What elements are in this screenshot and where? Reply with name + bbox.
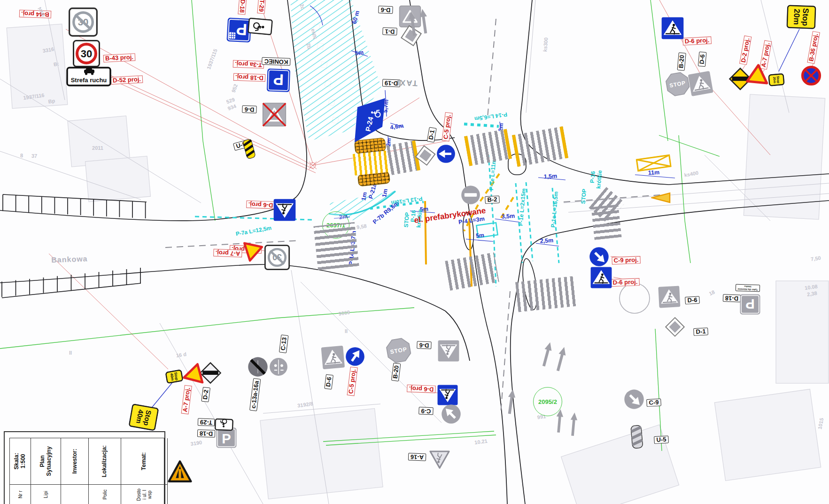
traffic-sign-d6-gray bbox=[437, 338, 460, 362]
traffic-sign-d6-blue bbox=[661, 16, 684, 42]
sign-code-label: D-6 proj. bbox=[407, 385, 435, 393]
scale-label: Skala: 1:500 bbox=[14, 453, 27, 469]
cadastral-text: Bp bbox=[48, 98, 55, 104]
sign-plate: D-1 bbox=[382, 28, 397, 36]
sign-plate: KONIEC bbox=[262, 57, 290, 66]
svg-text:30: 30 bbox=[81, 48, 92, 60]
sign-plate: D-1 bbox=[693, 327, 708, 335]
sign-code-label: C-9 proj. bbox=[612, 256, 640, 264]
traffic-sign-stopPlate: Stop40m bbox=[126, 403, 159, 431]
cadastral-text: II bbox=[345, 329, 348, 334]
svg-text:20m: 20m bbox=[773, 77, 776, 84]
sign-code-label: D-6 proj. bbox=[611, 278, 639, 287]
title-cell-plan: Plan Sytuacyjny Lipi bbox=[31, 438, 61, 504]
svg-text:Strefa ruchu: Strefa ruchu bbox=[71, 77, 107, 84]
cadastral-text: 8 bbox=[20, 153, 23, 159]
traffic-sign-c13aBar bbox=[247, 356, 269, 380]
sign-plate: TAXI bbox=[394, 78, 419, 87]
traffic-sign-d6-blue bbox=[273, 196, 296, 222]
title-cell-investor: Inwestor: bbox=[61, 438, 89, 504]
svg-text:P: P bbox=[273, 71, 284, 89]
traffic-sign-circleArrow-blue bbox=[436, 144, 456, 166]
title-block-table: Skala: 1:500 Nr r Plan Sytuacyjny Lipi I… bbox=[9, 438, 164, 504]
sign-code-label: D-6 proj. bbox=[246, 201, 275, 209]
location-note: Polic bbox=[102, 489, 108, 500]
sign-code-label: D-18 proj. bbox=[233, 73, 265, 82]
marking-code-label: STOP bbox=[580, 188, 587, 204]
sign-code-label: B-44 proj. bbox=[19, 10, 51, 18]
traffic-sign-d6-blue bbox=[590, 266, 612, 291]
dimension-label: 5m bbox=[355, 49, 364, 57]
scale-note: Nr r bbox=[17, 491, 23, 499]
svg-text:P: P bbox=[222, 431, 231, 446]
traffic-sign-plateWheel bbox=[214, 416, 233, 431]
company-logo-icon bbox=[168, 460, 192, 483]
dimension-label: 2,5m bbox=[540, 238, 553, 245]
traffic-sign-b36 bbox=[800, 65, 822, 88]
sign-plate: D-18 bbox=[723, 295, 741, 302]
cadastral-text: II bbox=[69, 350, 72, 356]
yellow-hatch-band bbox=[353, 150, 389, 175]
sign-plate: D-6 bbox=[417, 341, 431, 349]
sign-code-label: T-29 bbox=[257, 0, 266, 14]
sign-code-label: A-7 proj. bbox=[213, 249, 242, 257]
title-cell-subject: Temat: Dosto i ul. I wsp bbox=[121, 438, 168, 504]
traffic-sign-sq30: 30 bbox=[72, 39, 101, 70]
sign-plate: B-20 bbox=[677, 52, 686, 70]
traffic-sign-plateWheel bbox=[246, 17, 273, 36]
traffic-sign-strefa: Strefa ruchu bbox=[66, 67, 111, 88]
sign-code-label: D-6 proj. bbox=[682, 37, 711, 46]
street-name-label: Bankowa bbox=[51, 255, 88, 264]
traffic-sign-stopPlate: Stop20m bbox=[766, 73, 785, 86]
crosswalk-zebra bbox=[313, 222, 359, 271]
plan-type-label: Plan Sytuacyjny bbox=[39, 446, 53, 476]
cadastral-text: 2011 bbox=[92, 146, 103, 151]
traffic-sign-d1 bbox=[413, 143, 438, 170]
sign-plate: D-6 bbox=[698, 52, 706, 67]
traffic-sign-d1 bbox=[665, 317, 685, 339]
traffic-sign-circleArrow-gray bbox=[623, 388, 645, 412]
traffic-sign-pblue: P bbox=[266, 66, 291, 93]
traffic-plan: Skala: 1:500 Nr r Plan Sytuacyjny Lipi I… bbox=[0, 0, 829, 504]
location-label: Lokalizacja: bbox=[101, 445, 108, 477]
investor-label: Inwestor: bbox=[71, 449, 78, 473]
sign-plate: D-6 bbox=[378, 6, 393, 14]
plan-type-note: Lipi bbox=[43, 491, 49, 498]
traffic-sign-sq30cross: 30 bbox=[264, 242, 290, 271]
traffic-sign-d6-gray bbox=[687, 70, 715, 99]
traffic-sign-sq30cross: 30 bbox=[68, 7, 98, 39]
sign-plate: B-2 bbox=[485, 195, 500, 203]
traffic-sign-pillar bbox=[630, 425, 644, 451]
traffic-sign-pgray: P bbox=[739, 292, 761, 315]
traffic-sign-triOrange bbox=[651, 192, 671, 205]
title-cell-scale: Skala: 1:500 Nr r bbox=[10, 438, 31, 504]
title-block: Skala: 1:500 Nr r Plan Sytuacyjny Lipi I… bbox=[4, 431, 165, 504]
sign-plate: D-18 bbox=[197, 430, 216, 438]
dimension-label: 3,5m bbox=[501, 213, 515, 220]
sign-plate: Tylko dla klientów banku bbox=[736, 284, 760, 292]
traffic-sign-b2 bbox=[460, 185, 481, 207]
sign-plate: D-6 bbox=[242, 106, 256, 114]
traffic-sign-circleArrow-blue bbox=[589, 246, 610, 269]
traffic-sign-d6-blue bbox=[437, 382, 458, 406]
traffic-sign-stopGray: STOP bbox=[385, 336, 413, 366]
sign-plate: T-29 bbox=[198, 419, 215, 426]
traffic-sign-stopPlate: Stop20m bbox=[784, 5, 816, 29]
subject-label: Temat: bbox=[141, 452, 148, 470]
sign-plate: A-16 bbox=[408, 453, 426, 461]
sign-plate: C-9 bbox=[418, 407, 433, 415]
marking-code-label: P-16 bbox=[589, 171, 597, 183]
sign-code-label: T-3a proj. bbox=[233, 60, 264, 69]
traffic-sign-circleArrow-blue bbox=[345, 346, 365, 369]
svg-text:P: P bbox=[745, 296, 754, 311]
sign-plate: D-6 bbox=[685, 296, 700, 304]
sign-plate: C-9 bbox=[646, 398, 661, 406]
sign-code-label: D-18 bbox=[238, 0, 247, 15]
svg-text:Stop: Stop bbox=[801, 8, 810, 26]
title-cell-location: Lokalizacja: Polic bbox=[89, 438, 121, 504]
traffic-sign-c1316 bbox=[269, 357, 288, 379]
dimension-label: 1,5m bbox=[543, 173, 557, 180]
crosswalk-zebra bbox=[515, 276, 578, 312]
svg-text:20m: 20m bbox=[792, 8, 801, 25]
traffic-sign-p24: P-24 bbox=[353, 97, 387, 146]
